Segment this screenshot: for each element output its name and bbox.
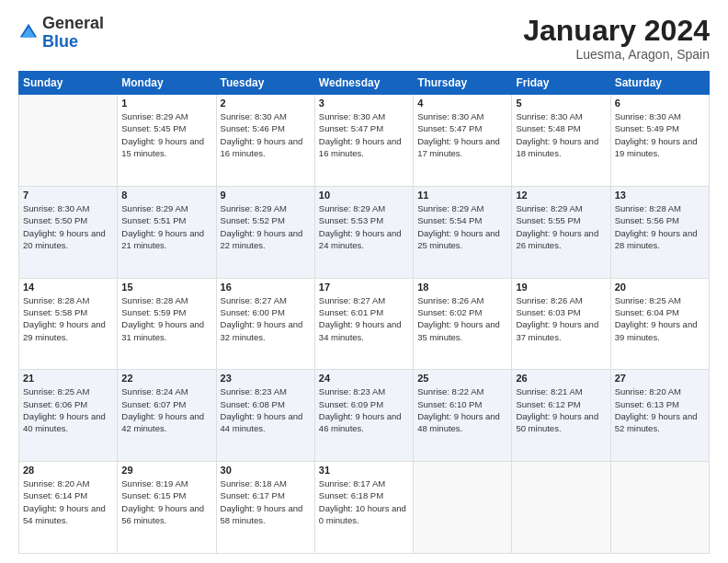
calendar-cell-2-3: 9Sunrise: 8:29 AMSunset: 5:52 PMDaylight… — [216, 186, 314, 278]
logo-blue-text: Blue — [42, 33, 104, 52]
header: General Blue January 2024 Luesma, Aragon… — [18, 15, 710, 62]
calendar-cell-3-3: 16Sunrise: 8:27 AMSunset: 6:00 PMDayligh… — [216, 278, 314, 370]
day-number: 26 — [516, 373, 606, 384]
day-number: 25 — [417, 373, 507, 384]
day-info: Sunrise: 8:23 AMSunset: 6:08 PMDaylight:… — [221, 385, 311, 434]
calendar-cell-1-6: 5Sunrise: 8:30 AMSunset: 5:48 PMDaylight… — [512, 95, 610, 187]
day-info: Sunrise: 8:29 AMSunset: 5:53 PMDaylight:… — [319, 202, 409, 251]
calendar-cell-4-7: 27Sunrise: 8:20 AMSunset: 6:13 PMDayligh… — [610, 370, 709, 462]
day-info: Sunrise: 8:30 AMSunset: 5:50 PMDaylight:… — [23, 202, 113, 251]
day-info: Sunrise: 8:30 AMSunset: 5:49 PMDaylight:… — [615, 110, 705, 159]
day-info: Sunrise: 8:29 AMSunset: 5:51 PMDaylight:… — [121, 202, 211, 251]
day-info: Sunrise: 8:27 AMSunset: 6:01 PMDaylight:… — [319, 294, 409, 343]
header-tuesday: Tuesday — [216, 72, 314, 95]
calendar-cell-4-4: 24Sunrise: 8:23 AMSunset: 6:09 PMDayligh… — [314, 370, 413, 462]
header-thursday: Thursday — [414, 72, 512, 95]
calendar-cell-3-4: 17Sunrise: 8:27 AMSunset: 6:01 PMDayligh… — [314, 278, 413, 370]
day-info: Sunrise: 8:29 AMSunset: 5:52 PMDaylight:… — [221, 202, 311, 251]
day-number: 2 — [221, 98, 311, 109]
day-info: Sunrise: 8:28 AMSunset: 5:58 PMDaylight:… — [23, 294, 113, 343]
calendar-week-5: 28Sunrise: 8:20 AMSunset: 6:14 PMDayligh… — [19, 462, 710, 554]
day-number: 29 — [121, 465, 211, 476]
day-number: 21 — [23, 373, 113, 384]
day-number: 5 — [516, 98, 606, 109]
day-info: Sunrise: 8:21 AMSunset: 6:12 PMDaylight:… — [516, 385, 606, 434]
day-number: 6 — [615, 98, 705, 109]
calendar-week-4: 21Sunrise: 8:25 AMSunset: 6:06 PMDayligh… — [19, 370, 710, 462]
day-number: 4 — [417, 98, 507, 109]
calendar-cell-5-4: 31Sunrise: 8:17 AMSunset: 6:18 PMDayligh… — [314, 462, 413, 554]
day-info: Sunrise: 8:29 AMSunset: 5:55 PMDaylight:… — [516, 202, 606, 251]
logo: General Blue — [18, 15, 104, 52]
main-title: January 2024 — [523, 15, 710, 47]
calendar-cell-4-5: 25Sunrise: 8:22 AMSunset: 6:10 PMDayligh… — [414, 370, 512, 462]
day-number: 22 — [121, 373, 211, 384]
day-info: Sunrise: 8:18 AMSunset: 6:17 PMDaylight:… — [221, 477, 311, 526]
calendar-cell-5-3: 30Sunrise: 8:18 AMSunset: 6:17 PMDayligh… — [216, 462, 314, 554]
calendar-cell-2-6: 12Sunrise: 8:29 AMSunset: 5:55 PMDayligh… — [512, 186, 610, 278]
day-info: Sunrise: 8:19 AMSunset: 6:15 PMDaylight:… — [121, 477, 211, 526]
logo-text: General Blue — [42, 15, 104, 52]
calendar-cell-1-7: 6Sunrise: 8:30 AMSunset: 5:49 PMDaylight… — [610, 95, 709, 187]
day-info: Sunrise: 8:26 AMSunset: 6:03 PMDaylight:… — [516, 294, 606, 343]
calendar-week-3: 14Sunrise: 8:28 AMSunset: 5:58 PMDayligh… — [19, 278, 710, 370]
day-number: 12 — [516, 190, 606, 201]
calendar-cell-4-3: 23Sunrise: 8:23 AMSunset: 6:08 PMDayligh… — [216, 370, 314, 462]
day-info: Sunrise: 8:30 AMSunset: 5:46 PMDaylight:… — [221, 110, 311, 159]
calendar-cell-4-1: 21Sunrise: 8:25 AMSunset: 6:06 PMDayligh… — [19, 370, 118, 462]
day-info: Sunrise: 8:25 AMSunset: 6:06 PMDaylight:… — [23, 385, 113, 434]
calendar-cell-2-1: 7Sunrise: 8:30 AMSunset: 5:50 PMDaylight… — [19, 186, 118, 278]
calendar-cell-3-1: 14Sunrise: 8:28 AMSunset: 5:58 PMDayligh… — [19, 278, 118, 370]
day-number: 23 — [221, 373, 311, 384]
day-number: 16 — [221, 282, 311, 293]
day-info: Sunrise: 8:30 AMSunset: 5:47 PMDaylight:… — [417, 110, 507, 159]
page: General Blue January 2024 Luesma, Aragon… — [0, 0, 728, 563]
calendar-cell-2-4: 10Sunrise: 8:29 AMSunset: 5:53 PMDayligh… — [314, 186, 413, 278]
calendar-week-2: 7Sunrise: 8:30 AMSunset: 5:50 PMDaylight… — [19, 186, 710, 278]
day-info: Sunrise: 8:30 AMSunset: 5:48 PMDaylight:… — [516, 110, 606, 159]
day-number: 3 — [319, 98, 409, 109]
header-monday: Monday — [118, 72, 216, 95]
calendar-cell-5-5 — [414, 462, 512, 554]
calendar-cell-1-3: 2Sunrise: 8:30 AMSunset: 5:46 PMDaylight… — [216, 95, 314, 187]
day-info: Sunrise: 8:25 AMSunset: 6:04 PMDaylight:… — [615, 294, 705, 343]
calendar-cell-3-6: 19Sunrise: 8:26 AMSunset: 6:03 PMDayligh… — [512, 278, 610, 370]
calendar-cell-1-4: 3Sunrise: 8:30 AMSunset: 5:47 PMDaylight… — [314, 95, 413, 187]
calendar-week-1: 1Sunrise: 8:29 AMSunset: 5:45 PMDaylight… — [19, 95, 710, 187]
subtitle: Luesma, Aragon, Spain — [523, 47, 710, 62]
calendar-cell-3-7: 20Sunrise: 8:25 AMSunset: 6:04 PMDayligh… — [610, 278, 709, 370]
header-friday: Friday — [512, 72, 610, 95]
day-info: Sunrise: 8:23 AMSunset: 6:09 PMDaylight:… — [319, 385, 409, 434]
day-number: 27 — [615, 373, 705, 384]
calendar-cell-1-5: 4Sunrise: 8:30 AMSunset: 5:47 PMDaylight… — [414, 95, 512, 187]
day-number: 11 — [417, 190, 507, 201]
day-number: 14 — [23, 282, 113, 293]
day-number: 24 — [319, 373, 409, 384]
calendar-cell-1-1 — [19, 95, 118, 187]
calendar-cell-1-2: 1Sunrise: 8:29 AMSunset: 5:45 PMDaylight… — [118, 95, 216, 187]
calendar-cell-4-6: 26Sunrise: 8:21 AMSunset: 6:12 PMDayligh… — [512, 370, 610, 462]
calendar-cell-3-2: 15Sunrise: 8:28 AMSunset: 5:59 PMDayligh… — [118, 278, 216, 370]
day-info: Sunrise: 8:29 AMSunset: 5:45 PMDaylight:… — [121, 110, 211, 159]
calendar-cell-2-5: 11Sunrise: 8:29 AMSunset: 5:54 PMDayligh… — [414, 186, 512, 278]
calendar-cell-2-7: 13Sunrise: 8:28 AMSunset: 5:56 PMDayligh… — [610, 186, 709, 278]
day-number: 13 — [615, 190, 705, 201]
day-number: 17 — [319, 282, 409, 293]
calendar-cell-5-6 — [512, 462, 610, 554]
day-number: 28 — [23, 465, 113, 476]
calendar-cell-5-7 — [610, 462, 709, 554]
day-number: 31 — [319, 465, 409, 476]
day-info: Sunrise: 8:24 AMSunset: 6:07 PMDaylight:… — [121, 385, 211, 434]
day-number: 15 — [121, 282, 211, 293]
logo-icon — [18, 22, 39, 42]
calendar-header-row: Sunday Monday Tuesday Wednesday Thursday… — [19, 72, 710, 95]
title-section: January 2024 Luesma, Aragon, Spain — [523, 15, 710, 62]
day-info: Sunrise: 8:20 AMSunset: 6:13 PMDaylight:… — [615, 385, 705, 434]
day-info: Sunrise: 8:30 AMSunset: 5:47 PMDaylight:… — [319, 110, 409, 159]
day-number: 7 — [23, 190, 113, 201]
day-number: 1 — [121, 98, 211, 109]
header-saturday: Saturday — [610, 72, 709, 95]
calendar-cell-5-2: 29Sunrise: 8:19 AMSunset: 6:15 PMDayligh… — [118, 462, 216, 554]
day-info: Sunrise: 8:26 AMSunset: 6:02 PMDaylight:… — [417, 294, 507, 343]
header-sunday: Sunday — [19, 72, 118, 95]
